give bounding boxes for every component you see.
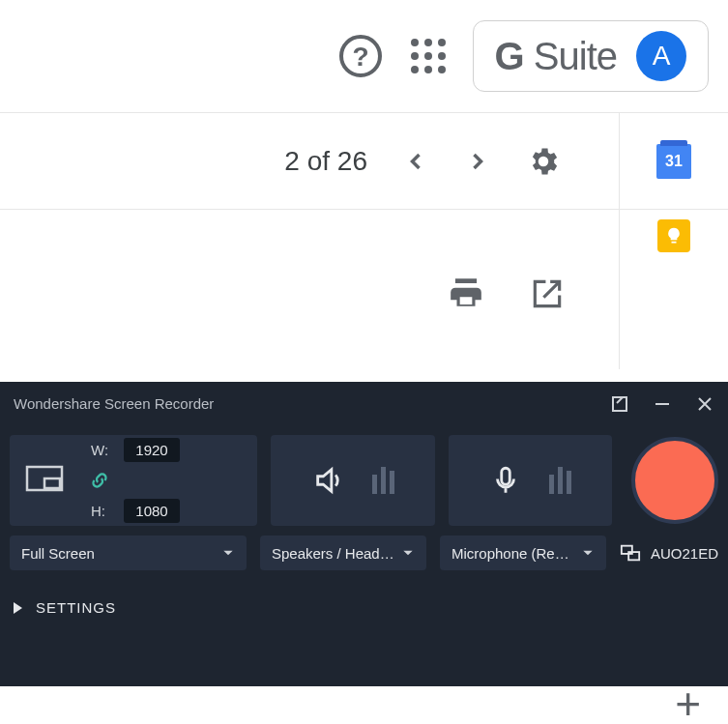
- recorder-titlebar[interactable]: Wondershare Screen Recorder: [0, 382, 728, 425]
- calendar-icon[interactable]: 31: [656, 144, 691, 179]
- help-icon[interactable]: ?: [337, 33, 384, 79]
- prev-arrow-icon[interactable]: [402, 148, 429, 175]
- chevron-down-icon: [221, 546, 235, 560]
- audio-device-select[interactable]: Speakers / Headpho...: [260, 536, 426, 570]
- settings-gear-icon[interactable]: [526, 144, 561, 179]
- page-counter: 2 of 26: [284, 146, 367, 177]
- toolbar-row: [0, 210, 728, 369]
- display-device[interactable]: AUO21ED: [620, 542, 718, 564]
- chevron-down-icon: [401, 546, 415, 560]
- screen-recorder-window: Wondershare Screen Recorder W: 1920: [0, 382, 728, 686]
- record-button[interactable]: [631, 437, 718, 524]
- capture-area-panel[interactable]: W: 1920 H: 1080: [10, 435, 257, 526]
- display-device-label: AUO21ED: [651, 545, 718, 562]
- mic-device-select[interactable]: Microphone (Realtek...: [440, 536, 606, 570]
- apps-grid-icon[interactable]: [411, 39, 446, 73]
- pagination-row: 2 of 26 31: [0, 113, 728, 210]
- audio-level-meter: [372, 467, 394, 494]
- settings-toggle[interactable]: SETTINGS: [0, 570, 728, 616]
- svg-text:?: ?: [352, 42, 368, 72]
- svg-rect-6: [502, 468, 510, 484]
- print-icon[interactable]: [448, 275, 484, 312]
- width-label: W:: [91, 442, 114, 458]
- close-icon[interactable]: [695, 394, 714, 414]
- screen-region-icon: [25, 465, 64, 496]
- side-panel: 31: [619, 113, 728, 209]
- next-arrow-icon[interactable]: [464, 148, 491, 175]
- mic-level-meter: [549, 467, 571, 494]
- recorder-title: Wondershare Screen Recorder: [14, 395, 214, 412]
- audio-device-value: Speakers / Headpho...: [272, 545, 395, 562]
- open-in-new-icon[interactable]: [529, 275, 566, 312]
- system-audio-panel[interactable]: [271, 435, 434, 526]
- microphone-icon: [489, 464, 522, 497]
- capture-area-value: Full Screen: [21, 545, 95, 562]
- app-header: ? G Suite A: [0, 0, 728, 113]
- speaker-icon: [312, 464, 345, 497]
- expand-triangle-icon: [14, 602, 22, 614]
- gsuite-label: G Suite: [495, 35, 617, 78]
- mic-device-value: Microphone (Realtek...: [451, 545, 575, 562]
- microphone-panel[interactable]: [449, 435, 612, 526]
- keep-icon[interactable]: [657, 219, 690, 252]
- settings-label: SETTINGS: [36, 599, 116, 616]
- gsuite-account-switcher[interactable]: G Suite A: [473, 20, 709, 92]
- svg-rect-5: [44, 478, 60, 488]
- user-avatar[interactable]: A: [636, 31, 686, 81]
- chevron-down-icon: [581, 546, 595, 560]
- capture-area-select[interactable]: Full Screen: [10, 536, 247, 570]
- link-dimensions-icon[interactable]: [91, 472, 108, 489]
- popout-icon[interactable]: [610, 394, 629, 414]
- add-plus-icon[interactable]: +: [675, 678, 701, 724]
- height-label: H:: [91, 503, 114, 519]
- width-value[interactable]: 1920: [124, 438, 180, 462]
- height-value[interactable]: 1080: [124, 499, 180, 523]
- minimize-icon[interactable]: [653, 394, 672, 414]
